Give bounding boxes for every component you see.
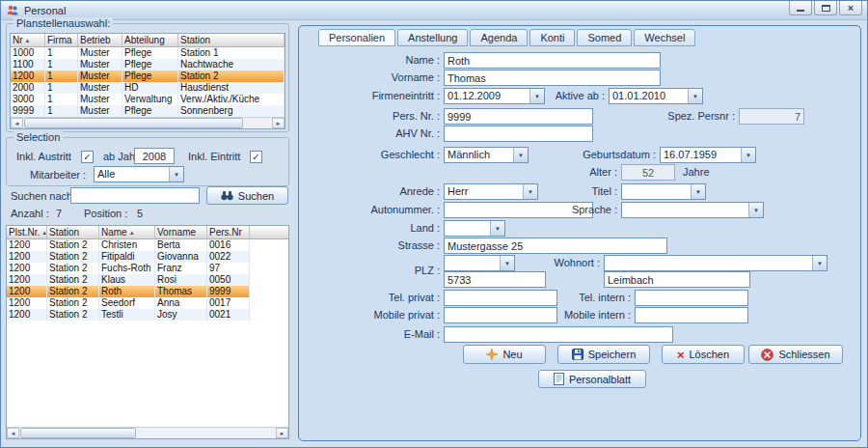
tab-somed[interactable]: Somed: [577, 29, 632, 46]
tab-wechsel[interactable]: Wechsel: [634, 29, 695, 46]
ab-jahr-input[interactable]: [134, 148, 175, 164]
planstellen-groupbox: Planstellenauswahl: Nr▲ Firma Betrieb Ab…: [6, 23, 289, 132]
scrollbar-thumb[interactable]: [24, 118, 243, 128]
table-row[interactable]: 1200Station 2TestliJosy0021: [7, 309, 250, 321]
window-title: Personal: [24, 5, 66, 16]
geschlecht-label: Geschlecht :: [307, 147, 440, 163]
titel-select[interactable]: ▼: [621, 183, 706, 200]
position-label: Position :: [84, 206, 127, 222]
ahv-nr-field[interactable]: [444, 126, 593, 142]
scroll-right-icon[interactable]: ►: [276, 428, 288, 438]
pers-nr-field[interactable]: [444, 108, 593, 125]
scrollbar-track[interactable]: [19, 428, 276, 438]
table-cell: Muster: [78, 94, 122, 105]
column-header[interactable]: Station: [47, 226, 99, 239]
sprache-select[interactable]: ▼: [621, 202, 764, 218]
column-header[interactable]: Abteilung: [122, 34, 178, 47]
vorname-field[interactable]: [444, 70, 661, 86]
results-table: Plst.Nr.▲ Station Name▲ Vorname Pers.Nr …: [6, 225, 289, 439]
chevron-down-icon: ▼: [490, 221, 504, 236]
app-people-icon: [6, 4, 19, 17]
table-row[interactable]: 1200Station 2ChristenBerta0016: [7, 239, 250, 251]
mobile-intern-field[interactable]: [635, 307, 748, 323]
column-header[interactable]: Nr▲: [11, 34, 45, 47]
close-button[interactable]: ×: [839, 1, 862, 15]
table-row[interactable]: 1200Station 2Fuchs-RothFranz97: [7, 263, 250, 274]
title-bar[interactable]: Personal ×: [1, 1, 867, 20]
schliessen-button[interactable]: Schliessen: [748, 345, 843, 364]
search-input[interactable]: [70, 187, 200, 204]
plz-select[interactable]: ▼: [444, 255, 515, 271]
table-row[interactable]: 20001MusterHDHausdienst: [11, 82, 285, 94]
speichern-button[interactable]: Speichern: [557, 345, 650, 364]
selection-caption: Selection: [14, 131, 63, 143]
inkl-eintritt-checkbox[interactable]: ✓: [250, 151, 262, 163]
scrollbar-track[interactable]: [23, 118, 272, 128]
scroll-right-icon[interactable]: ►: [272, 118, 285, 128]
table-cell: 0016: [207, 239, 250, 251]
name-field[interactable]: [444, 52, 661, 69]
table-row[interactable]: 99991MusterPflegeSonnenberg: [11, 105, 285, 117]
titel-label: Titel :: [534, 183, 617, 200]
tab-agenda[interactable]: Agenda: [470, 29, 528, 46]
geschlecht-select[interactable]: Männlich ▼: [444, 147, 529, 163]
anrede-select[interactable]: Herr ▼: [444, 183, 538, 200]
maximize-button[interactable]: [814, 1, 837, 15]
table-cell: 0050: [207, 274, 250, 286]
table-row[interactable]: 11001MusterPflegeNachtwache: [11, 59, 285, 70]
scrollbar-thumb[interactable]: [20, 428, 136, 438]
table-row[interactable]: 1200Station 2SeedorfAnna0017: [7, 297, 250, 309]
selection-groupbox: Selection Inkl. Austritt ✓ ab Jahr Inkl.…: [6, 137, 289, 186]
inkl-eintritt-label: Inkl. Eintritt: [188, 149, 240, 165]
column-header[interactable]: Plst.Nr.▲: [7, 226, 47, 239]
minimize-button[interactable]: [789, 1, 812, 15]
chevron-down-icon: ▼: [513, 148, 528, 162]
table-row[interactable]: 1200Station 2FitipaldiGiovanna0022: [7, 251, 250, 263]
column-header[interactable]: Betrieb: [78, 34, 122, 47]
table-cell: 1200: [7, 239, 47, 251]
spez-persnr-label: Spez. Persnr :: [617, 108, 735, 125]
results-header: Plst.Nr.▲ Station Name▲ Vorname Pers.Nr: [7, 226, 288, 239]
scroll-left-icon[interactable]: ◄: [11, 118, 23, 128]
horizontal-scrollbar[interactable]: ◄ ►: [7, 427, 288, 438]
tel-privat-label: Tel. privat :: [307, 290, 440, 306]
sort-asc-icon: ▲: [25, 38, 31, 43]
email-field[interactable]: [444, 326, 673, 343]
tel-intern-field[interactable]: [635, 290, 748, 306]
geburtsdatum-datepicker[interactable]: 16.07.1959 ▼: [660, 147, 756, 163]
wohnort-field[interactable]: [604, 271, 750, 288]
suchen-button[interactable]: Suchen: [206, 186, 288, 205]
strasse-field[interactable]: [444, 238, 667, 254]
plz-field[interactable]: [444, 271, 546, 288]
inkl-austritt-checkbox[interactable]: ✓: [81, 151, 94, 163]
tab-konti[interactable]: Konti: [529, 29, 575, 46]
loeschen-button[interactable]: × Löschen: [662, 345, 745, 364]
column-header[interactable]: Vorname: [155, 226, 207, 239]
close-icon: ×: [848, 3, 854, 14]
table-cell: Muster: [78, 70, 122, 82]
table-row-selected[interactable]: 12001MusterPflegeStation 2: [11, 70, 285, 82]
scroll-left-icon[interactable]: ◄: [7, 428, 19, 438]
table-cell: 1: [45, 105, 78, 117]
column-header[interactable]: Firma: [45, 34, 78, 47]
personalblatt-button[interactable]: Personalblatt: [538, 370, 646, 388]
aktive-ab-datepicker[interactable]: 01.01.2010 ▼: [609, 88, 703, 104]
tab-personalien[interactable]: Personalien: [318, 29, 395, 46]
table-cell: 1200: [7, 251, 47, 263]
column-header[interactable]: Name▲: [99, 226, 155, 239]
table-row[interactable]: 1200Station 2KlausRosi0050: [7, 274, 250, 286]
column-header[interactable]: Pers.Nr: [207, 226, 250, 239]
table-row[interactable]: 30001MusterVerwaltungVerw./Aktiv./Küche: [11, 94, 285, 105]
horizontal-scrollbar[interactable]: ◄ ►: [11, 117, 285, 128]
table-cell: 1: [45, 47, 78, 59]
neu-button[interactable]: Neu: [463, 345, 546, 364]
table-row-selected[interactable]: 1200Station 2RothThomas9999: [7, 286, 250, 297]
land-select[interactable]: ▼: [444, 220, 505, 237]
tab-anstellung[interactable]: Anstellung: [397, 29, 468, 46]
email-label: E-Mail :: [307, 326, 440, 343]
table-row[interactable]: 10001MusterPflegeStation 1: [11, 47, 285, 59]
wohnort-select[interactable]: ▼: [604, 255, 827, 271]
mitarbeiter-select[interactable]: Alle ▼: [94, 166, 184, 182]
table-cell: Station 2: [47, 263, 99, 274]
column-header[interactable]: Station: [178, 34, 285, 47]
